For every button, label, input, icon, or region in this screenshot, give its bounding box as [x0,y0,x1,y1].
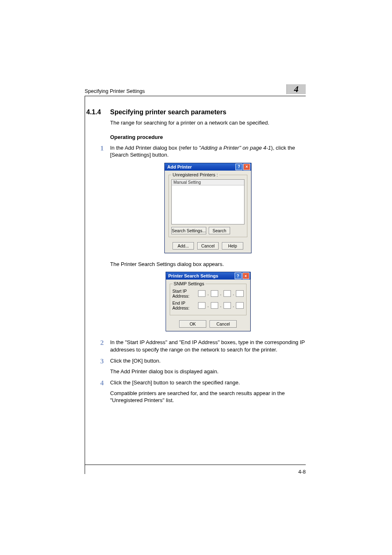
start-ip-octet-2[interactable] [211,290,218,297]
ip-dot: . [207,303,209,308]
step-pre: In the Add Printer dialog box (refer to [110,145,199,151]
unregistered-printers-group: Unregistered Printers : Manual Setting S… [168,175,247,237]
help-button[interactable]: Help [222,242,243,250]
add-printer-dialog: Add Printer ? × Unregistered Printers : … [164,163,251,253]
section-intro: The range for searching for a printer on… [110,119,306,127]
step-text: Click the [OK] button. [110,357,306,365]
dialog-title: Printer Search Settings [168,273,219,278]
group-label: SNMP Settings [173,281,205,286]
snmp-settings-group: SNMP Settings Start IP Address: . . . En… [170,284,247,315]
step-text: In the Add Printer dialog box (refer to … [110,144,306,159]
end-ip-octet-1[interactable] [198,302,205,309]
cross-reference: "Adding a Printer" on page 4-1 [199,145,271,151]
page-number: 4-8 [298,469,306,475]
search-button[interactable]: Search [209,227,230,234]
running-head: Specifying Printer Settings [85,88,145,94]
title-help-button[interactable]: ? [235,164,242,170]
title-close-button[interactable]: × [242,273,249,279]
step-number: 1 [100,144,104,153]
ok-button[interactable]: OK [179,320,206,328]
page: Specifying Printer Settings 4 4.1.4 Spec… [0,0,392,555]
dialog-titlebar: Add Printer ? × [165,163,251,171]
start-ip-row: Start IP Address: . . . [173,289,244,298]
title-help-button[interactable]: ? [235,273,242,279]
start-ip-octet-3[interactable] [224,290,231,297]
step-1: 1 In the Add Printer dialog box (refer t… [110,144,306,159]
end-ip-label: End IP Address: [173,301,196,310]
dialog-titlebar: Printer Search Settings ? × [166,272,250,280]
start-ip-octet-1[interactable] [198,290,205,297]
vertical-rule [85,96,85,474]
start-ip-label: Start IP Address: [173,289,196,298]
cancel-button[interactable]: Cancel [210,320,237,328]
add-button[interactable]: Add... [173,242,194,250]
title-close-button[interactable]: × [243,164,250,170]
printer-search-settings-dialog: Printer Search Settings ? × SNMP Setting… [166,272,251,331]
step-text: In the "Start IP Address" and "End IP Ad… [110,339,306,353]
step-4: 4 Click the [Search] button to search th… [110,379,306,386]
step-3: 3 Click the [OK] button. [110,357,306,365]
ip-dot: . [220,291,222,296]
step-number: 2 [100,339,104,347]
group-label: Unregistered Printers : [171,172,219,177]
end-ip-row: End IP Address: . . . [173,301,244,310]
start-ip-octet-4[interactable] [236,290,243,297]
step-4-result: Compatible printers are searched for, an… [110,390,306,404]
search-settings-button[interactable]: Search Settings... [171,227,206,234]
end-ip-octet-3[interactable] [224,302,231,309]
chapter-badge: 4 [286,84,306,94]
ip-dot: . [233,291,235,296]
unregistered-printers-list[interactable]: Manual Setting [171,179,244,224]
step-number: 3 [100,357,104,365]
main-content: Specifying printer search parameters The… [110,109,306,404]
step-3-result: The Add Printer dialog box is displayed … [110,368,306,375]
step-number: 4 [100,379,104,387]
list-column-header: Manual Setting [172,180,244,185]
step-1-result: The Printer Search Settings dialog box a… [110,261,306,268]
chapter-number: 4 [294,84,299,95]
search-settings-dialog-figure: Printer Search Settings ? × SNMP Setting… [110,272,306,331]
page-header: Specifying Printer Settings 4 [85,84,306,96]
end-ip-octet-4[interactable] [236,302,243,309]
ip-dot: . [233,303,235,308]
page-footer: 4-8 [85,465,306,475]
procedure-heading: Operating procedure [110,134,306,140]
ip-dot: . [207,291,209,296]
add-printer-dialog-figure: Add Printer ? × Unregistered Printers : … [110,163,306,253]
section-title: Specifying printer search parameters [110,109,306,116]
end-ip-octet-2[interactable] [211,302,218,309]
cancel-button[interactable]: Cancel [197,242,219,250]
step-text: Click the [Search] button to search the … [110,379,306,386]
section-number: 4.1.4 [86,109,101,116]
ip-dot: . [220,303,222,308]
step-2: 2 In the "Start IP Address" and "End IP … [110,339,306,353]
dialog-title: Add Printer [167,164,192,169]
